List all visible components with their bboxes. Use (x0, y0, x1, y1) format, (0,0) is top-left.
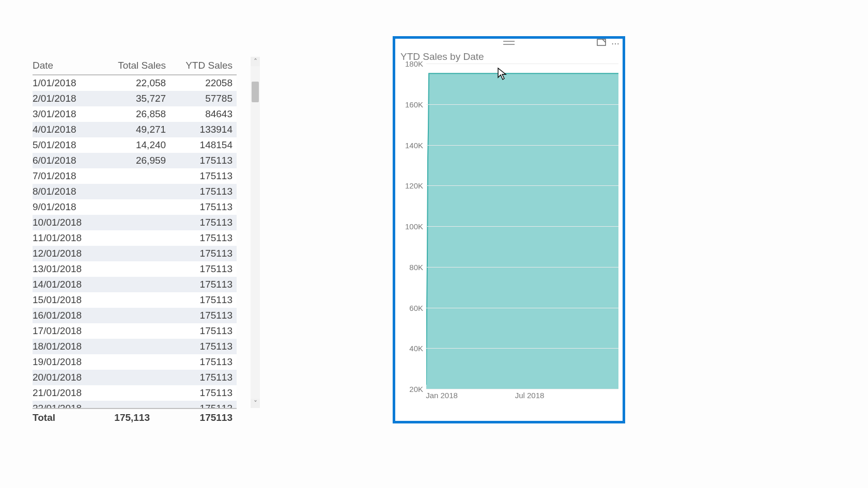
table-row[interactable]: 3/01/201826,85884643 (33, 106, 237, 122)
table-row[interactable]: 10/01/2018175113 (33, 215, 237, 230)
plot-area[interactable] (426, 64, 618, 389)
cell-date: 8/01/2018 (33, 184, 102, 199)
cell-ytd: 175113 (170, 230, 237, 246)
sales-table: Date Total Sales YTD Sales 1/01/201822,0… (33, 57, 237, 408)
cell-total: 49,271 (102, 122, 170, 137)
table-row[interactable]: 14/01/2018175113 (33, 277, 237, 292)
cell-date: 12/01/2018 (33, 246, 102, 261)
scroll-down-icon[interactable]: ˅ (251, 399, 260, 408)
table-row[interactable]: 1/01/201822,05822058 (33, 75, 237, 91)
footer-ytd: 175113 (154, 408, 237, 427)
cell-total (102, 215, 170, 230)
col-ytd[interactable]: YTD Sales (170, 57, 237, 75)
cell-ytd: 133914 (170, 122, 237, 137)
cell-date: 22/01/2018 (33, 401, 102, 408)
x-axis: Jan 2018Jul 2018 (426, 391, 618, 404)
table-row[interactable]: 20/01/2018175113 (33, 370, 237, 385)
table-scroll-region[interactable]: Date Total Sales YTD Sales 1/01/201822,0… (33, 57, 260, 408)
footer-total: 175,113 (95, 408, 154, 427)
table-row[interactable]: 15/01/2018175113 (33, 292, 237, 308)
cell-ytd: 175113 (170, 308, 237, 323)
cell-total (102, 370, 170, 385)
cell-date: 18/01/2018 (33, 339, 102, 354)
gridline (426, 389, 618, 389)
y-tick-label: 140K (399, 140, 423, 149)
table-row[interactable]: 17/01/2018175113 (33, 323, 237, 339)
table-row[interactable]: 21/01/2018175113 (33, 385, 237, 401)
y-tick-label: 160K (399, 100, 423, 108)
gridline (426, 145, 618, 146)
table-row[interactable]: 6/01/201826,959175113 (33, 153, 237, 168)
gridline (426, 64, 618, 64)
x-tick-label: Jan 2018 (426, 391, 458, 400)
cell-total (102, 323, 170, 339)
ytd-chart-visual[interactable]: ⋯ YTD Sales by Date 20K40K60K80K100K120K… (393, 36, 625, 423)
y-tick-label: 40K (399, 344, 423, 353)
table-row[interactable]: 16/01/2018175113 (33, 308, 237, 323)
cell-ytd: 175113 (170, 339, 237, 354)
cell-ytd: 175113 (170, 153, 237, 168)
table-row[interactable]: 8/01/2018175113 (33, 184, 237, 199)
scroll-up-icon[interactable]: ˄ (251, 57, 260, 66)
cell-date: 10/01/2018 (33, 215, 102, 230)
cell-ytd: 175113 (170, 261, 237, 277)
cell-ytd: 175113 (170, 184, 237, 199)
cell-total (102, 246, 170, 261)
table-row[interactable]: 7/01/2018175113 (33, 168, 237, 184)
cell-total (102, 339, 170, 354)
cell-total (102, 292, 170, 308)
table-header-row: Date Total Sales YTD Sales (33, 57, 237, 75)
cell-date: 2/01/2018 (33, 91, 102, 106)
x-tick-label: Jul 2018 (515, 391, 545, 400)
cell-ytd: 175113 (170, 354, 237, 370)
cell-date: 20/01/2018 (33, 370, 102, 385)
cell-total (102, 385, 170, 401)
cell-date: 15/01/2018 (33, 292, 102, 308)
cell-date: 14/01/2018 (33, 277, 102, 292)
table-scrollbar[interactable]: ˄ ˅ (251, 57, 260, 408)
table-row[interactable]: 12/01/2018175113 (33, 246, 237, 261)
col-date[interactable]: Date (33, 57, 102, 75)
table-footer: Total 175,113 175113 (33, 408, 237, 427)
cell-date: 11/01/2018 (33, 230, 102, 246)
cell-total: 26,858 (102, 106, 170, 122)
cell-ytd: 57785 (170, 91, 237, 106)
visual-header: ⋯ (395, 39, 623, 49)
cell-total: 14,240 (102, 137, 170, 153)
y-tick-label: 20K (399, 385, 423, 393)
cell-total (102, 168, 170, 184)
table-row[interactable]: 18/01/2018175113 (33, 339, 237, 354)
scroll-track[interactable] (251, 66, 260, 399)
table-row[interactable]: 4/01/201849,271133914 (33, 122, 237, 137)
table-row[interactable]: 22/01/2018175113 (33, 401, 237, 408)
cell-ytd: 84643 (170, 106, 237, 122)
cell-date: 4/01/2018 (33, 122, 102, 137)
cell-date: 13/01/2018 (33, 261, 102, 277)
chart-plot[interactable]: 20K40K60K80K100K120K140K160K180K Jan 201… (399, 64, 618, 404)
drag-handle-icon[interactable] (503, 41, 515, 45)
focus-mode-icon[interactable] (597, 39, 606, 49)
cell-ytd: 22058 (170, 75, 237, 91)
table-row[interactable]: 13/01/2018175113 (33, 261, 237, 277)
table-row[interactable]: 2/01/201835,72757785 (33, 91, 237, 106)
gridline (426, 104, 618, 105)
cell-ytd: 175113 (170, 215, 237, 230)
table-row[interactable]: 11/01/2018175113 (33, 230, 237, 246)
col-total[interactable]: Total Sales (102, 57, 170, 75)
table-row[interactable]: 5/01/201814,240148154 (33, 137, 237, 153)
table-row[interactable]: 19/01/2018175113 (33, 354, 237, 370)
table-row[interactable]: 9/01/2018175113 (33, 199, 237, 215)
sales-table-visual[interactable]: Date Total Sales YTD Sales 1/01/201822,0… (33, 57, 260, 429)
y-tick-label: 60K (399, 303, 423, 312)
cell-date: 16/01/2018 (33, 308, 102, 323)
cell-total: 26,959 (102, 153, 170, 168)
y-axis: 20K40K60K80K100K120K140K160K180K (399, 64, 426, 389)
cell-ytd: 175113 (170, 370, 237, 385)
footer-label: Total (33, 408, 95, 427)
scroll-thumb[interactable] (252, 82, 259, 102)
cell-total (102, 184, 170, 199)
cell-total (102, 354, 170, 370)
more-options-icon[interactable]: ⋯ (611, 39, 619, 49)
cell-date: 5/01/2018 (33, 137, 102, 153)
cell-ytd: 175113 (170, 246, 237, 261)
